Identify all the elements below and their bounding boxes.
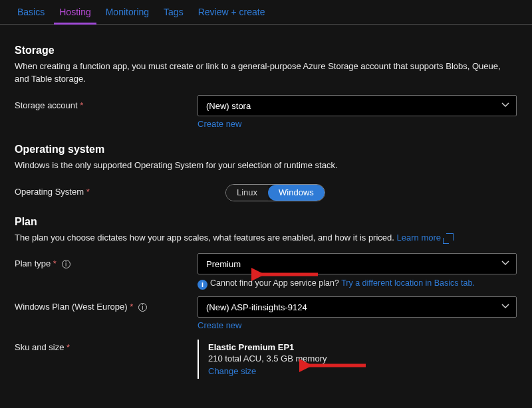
external-link-icon <box>446 233 454 241</box>
sku-title: Elastic Premium EP1 <box>208 342 517 352</box>
os-option-windows[interactable]: Windows <box>268 185 325 201</box>
windows-plan-select[interactable]: (New) ASP-itinsights-9124 <box>198 296 517 318</box>
sku-label: Sku and size * <box>15 337 198 352</box>
storage-heading: Storage <box>15 45 517 56</box>
tab-bar: Basics Hosting Monitoring Tags Review + … <box>0 0 532 25</box>
tab-review-create[interactable]: Review + create <box>193 4 271 24</box>
os-heading: Operating system <box>15 144 517 155</box>
info-icon[interactable]: i <box>138 303 147 312</box>
os-label: Operating System * <box>15 181 198 197</box>
storage-create-new-link[interactable]: Create new <box>198 119 241 129</box>
tab-hosting[interactable]: Hosting <box>54 4 96 25</box>
info-filled-icon: i <box>198 280 207 290</box>
plan-help-link[interactable]: Try a different location in Basics tab. <box>341 278 475 288</box>
tab-basics[interactable]: Basics <box>12 4 50 24</box>
plan-type-select[interactable]: Premium <box>198 253 517 274</box>
os-option-linux[interactable]: Linux <box>226 185 268 201</box>
storage-description: When creating a function app, you must c… <box>15 60 507 86</box>
chevron-down-icon <box>501 100 509 111</box>
plan-type-label: Plan type * i <box>15 253 198 268</box>
os-description: Windows is the only supported Operating … <box>15 159 507 172</box>
plan-description: The plan you choose dictates how your ap… <box>15 232 507 245</box>
tab-tags[interactable]: Tags <box>158 4 189 24</box>
plan-heading: Plan <box>15 216 517 228</box>
form-content: Storage When creating a function app, yo… <box>0 25 532 379</box>
chevron-down-icon <box>501 258 509 269</box>
plan-type-help: iCannot find your App service plan? Try … <box>198 278 517 290</box>
storage-account-label: Storage account * <box>15 95 198 110</box>
tab-monitoring[interactable]: Monitoring <box>100 4 154 24</box>
os-toggle: Linux Windows <box>225 184 325 201</box>
info-icon[interactable]: i <box>62 260 70 268</box>
storage-account-select[interactable]: (New) stora <box>198 95 517 116</box>
sku-subtitle: 210 total ACU, 3.5 GB memory <box>208 354 517 363</box>
sku-card: Elastic Premium EP1 210 total ACU, 3.5 G… <box>198 340 517 379</box>
windows-plan-label: Windows Plan (West Europe) * i <box>15 296 198 312</box>
plan-learn-more-link[interactable]: Learn more <box>397 233 454 243</box>
sku-change-size-link[interactable]: Change size <box>208 366 256 376</box>
windows-plan-create-new-link[interactable]: Create new <box>198 320 241 330</box>
chevron-down-icon <box>501 302 509 312</box>
